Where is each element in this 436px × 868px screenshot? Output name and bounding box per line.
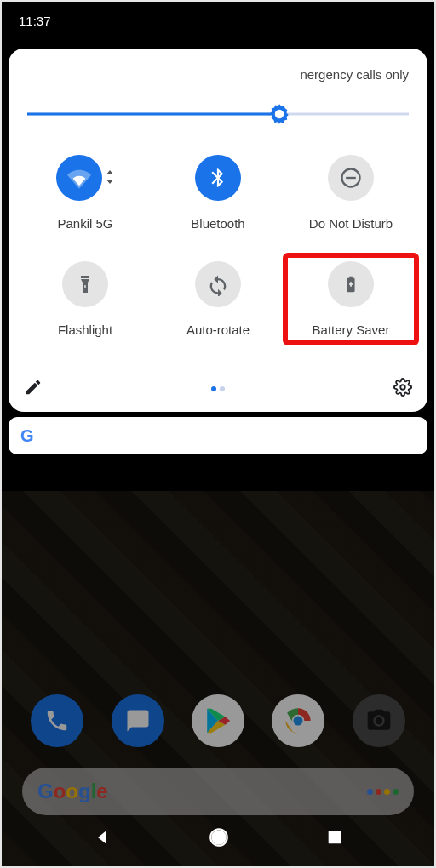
- bluetooth-icon[interactable]: [195, 155, 241, 201]
- tile-label: Flashlight: [58, 323, 112, 337]
- pager-dot: [211, 386, 216, 391]
- tile-dnd[interactable]: Do Not Disturb: [284, 148, 417, 237]
- svg-rect-6: [84, 285, 86, 288]
- tile-bluetooth[interactable]: Bluetooth: [152, 148, 284, 237]
- svg-rect-10: [329, 831, 341, 844]
- svg-point-9: [212, 831, 225, 843]
- svg-point-3: [274, 110, 284, 119]
- svg-point-7: [400, 385, 405, 390]
- network-status-text: nergency calls only: [19, 64, 417, 106]
- navigation-bar: [2, 819, 434, 859]
- quick-settings-panel: nergency calls only Pankil 5GBluetoothDo…: [9, 49, 427, 412]
- status-bar: 11:37: [2, 2, 434, 40]
- battery-icon[interactable]: [328, 261, 374, 307]
- tile-label: Battery Saver: [313, 323, 390, 337]
- tile-battery[interactable]: Battery Saver: [284, 254, 417, 344]
- recents-button[interactable]: [325, 828, 344, 850]
- tile-label: Bluetooth: [191, 216, 244, 231]
- tile-flashlight[interactable]: Flashlight: [19, 254, 152, 344]
- expand-caret-icon[interactable]: [106, 170, 114, 186]
- slider-active: [27, 113, 279, 116]
- brightness-thumb-icon[interactable]: [267, 102, 291, 126]
- tile-autorotate[interactable]: Auto-rotate: [152, 254, 284, 344]
- tile-label: Pankil 5G: [57, 216, 112, 231]
- tile-label: Auto-rotate: [186, 323, 250, 337]
- back-button[interactable]: [92, 827, 112, 851]
- home-screen: Google: [2, 491, 434, 866]
- pager-dot: [220, 386, 225, 391]
- wifi-icon[interactable]: [56, 155, 102, 201]
- tile-label: Do Not Disturb: [309, 216, 393, 231]
- rotate-icon[interactable]: [195, 261, 241, 307]
- tile-wifi[interactable]: Pankil 5G: [19, 148, 152, 237]
- panel-footer: [19, 368, 417, 400]
- edit-icon[interactable]: [24, 378, 43, 400]
- home-button[interactable]: [208, 826, 230, 852]
- dnd-icon[interactable]: [328, 155, 374, 201]
- brightness-slider[interactable]: [27, 106, 409, 123]
- google-g-icon: G: [20, 426, 34, 446]
- device-frame: 11:37 Google: [2, 2, 434, 866]
- gear-icon[interactable]: [393, 378, 412, 400]
- flashlight-icon[interactable]: [62, 261, 108, 307]
- google-search-card[interactable]: G: [9, 417, 427, 454]
- page-indicator: [211, 386, 225, 391]
- tiles-grid: Pankil 5GBluetoothDo Not DisturbFlashlig…: [19, 148, 417, 344]
- status-time: 11:37: [19, 14, 51, 28]
- home-dim-overlay: [2, 491, 434, 866]
